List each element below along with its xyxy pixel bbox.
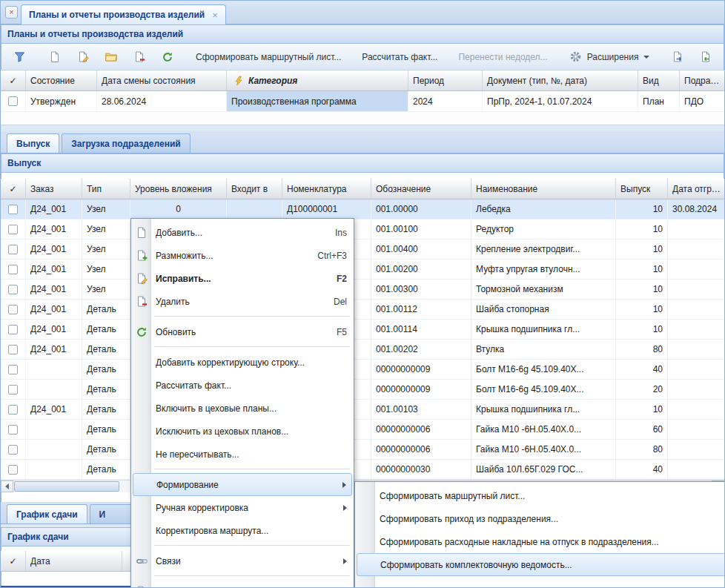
column-header-category[interactable]: Категория: [227, 70, 408, 90]
column-header-period[interactable]: Период: [408, 70, 483, 90]
row-checkbox[interactable]: [8, 365, 18, 374]
cell-output-qty: 10: [616, 199, 668, 219]
table-row[interactable]: Деталь 00000000006 Гайка М10 -6Н.05.40Х.…: [1, 420, 724, 440]
submenu-item-picking-list[interactable]: Сформировать комплектовочную ведомость..…: [357, 553, 725, 576]
cell-order: Д24_001: [26, 199, 82, 219]
column-header-date[interactable]: Дата: [26, 551, 122, 571]
column-header-name[interactable]: Наименование: [471, 179, 616, 199]
column-header-nesting-level[interactable]: Уровень вложения: [130, 179, 227, 199]
menu-item-add-correction-row[interactable]: Добавить корректирующую строку...: [131, 351, 354, 374]
menu-item-edit[interactable]: Исправить... F2: [131, 267, 354, 290]
submenu-item-route-sheet[interactable]: Сформировать маршрутный лист...: [355, 484, 725, 507]
column-header-select-all[interactable]: ✓: [1, 179, 26, 199]
delete-document-button[interactable]: [126, 47, 153, 67]
table-row[interactable]: Д24_001 Деталь 001.00114 Крышка подшипни…: [1, 320, 724, 340]
table-row[interactable]: Деталь 00000000009 Болт М16-6g 45.109.40…: [1, 380, 724, 400]
column-header-department[interactable]: Подразделение: [680, 70, 725, 90]
menu-item-calculate-fact[interactable]: Рассчитать факт...: [131, 374, 354, 397]
menu-item-no-recalculate[interactable]: Не пересчитывать...: [131, 443, 354, 466]
create-route-sheet-button[interactable]: Сформировать маршрутный лист...: [190, 48, 347, 66]
column-header-nomenclature[interactable]: Номенклатура: [282, 179, 371, 199]
cell-name: Крепление электродвиг...: [471, 240, 616, 259]
menu-item-manual-correction[interactable]: Ручная корректировка: [131, 496, 354, 519]
column-header-select-all[interactable]: ✓: [1, 551, 26, 571]
row-checkbox[interactable]: [8, 225, 18, 234]
carry-over-unfinished-button[interactable]: Перенести недодел...: [452, 48, 553, 66]
row-checkbox[interactable]: [8, 405, 18, 414]
column-header-parent[interactable]: Входит в: [227, 179, 282, 199]
table-row[interactable]: Деталь 00000000006 Гайка М10 -6Н.05.40Х.…: [1, 440, 724, 460]
edit-document-button[interactable]: [70, 47, 96, 67]
refresh-button[interactable]: [154, 47, 181, 67]
menu-item-delete[interactable]: Удалить Del: [131, 290, 354, 313]
row-checkbox[interactable]: [8, 245, 18, 254]
row-checkbox[interactable]: [8, 445, 18, 455]
submenu-item-expense-invoices[interactable]: Сформировать расходные накладные на отпу…: [355, 530, 725, 553]
scroll-left-button[interactable]: [1, 480, 13, 492]
export-report-button[interactable]: [664, 47, 691, 67]
menu-item-forming[interactable]: Формирование: [133, 473, 352, 496]
cell-checkbox: [1, 380, 26, 399]
row-checkbox[interactable]: [8, 425, 18, 435]
submenu-item-receipt-from-department[interactable]: Сформировать приход из подразделения...: [355, 507, 725, 530]
open-document-button[interactable]: [98, 47, 125, 67]
cell-ship-date: [668, 280, 725, 299]
column-header-state[interactable]: Состояние: [26, 70, 97, 90]
row-checkbox[interactable]: [8, 265, 18, 274]
column-header-ship-date[interactable]: Дата отгрузки: [668, 179, 725, 199]
column-header-type[interactable]: Тип: [82, 179, 130, 199]
table-row[interactable]: Д24_001 Узел 001.00200 Муфта упругая вту…: [1, 260, 724, 280]
column-header-kind[interactable]: Вид: [638, 70, 680, 90]
table-row[interactable]: Деталь 00000000030 Шайба 10Л.65Г.029 ГОС…: [1, 460, 724, 480]
tab-release[interactable]: Выпуск: [7, 133, 59, 153]
column-header-output-qty[interactable]: Выпуск: [616, 179, 668, 199]
table-row[interactable]: Д24_001 Узел 001.00400 Крепление электро…: [1, 240, 724, 260]
table-row[interactable]: Д24_001 Узел 001.00100 Редуктор 10: [1, 219, 724, 240]
cell-ship-date: [668, 420, 725, 439]
table-row[interactable]: Д24_001 Узел 0 Д100000001 001.00000 Лебе…: [1, 199, 724, 219]
row-checkbox[interactable]: [8, 465, 18, 475]
row-checkbox[interactable]: [8, 385, 18, 394]
table-row[interactable]: Д24_001 Деталь 001.00103 Крышка подшипни…: [1, 400, 724, 420]
tab-partial[interactable]: И: [90, 504, 134, 523]
table-row[interactable]: Д24_001 Деталь 001.00202 Втулка 80: [1, 340, 724, 360]
calculate-fact-button[interactable]: Рассчитать факт...: [356, 48, 443, 66]
import-document-button[interactable]: [692, 47, 719, 67]
menu-item-partial[interactable]: [131, 580, 354, 588]
table-row[interactable]: Деталь 00000000009 Болт М16-6g 45.109.40…: [1, 360, 724, 380]
menu-item-duplicate[interactable]: Размножить... Ctrl+F3: [131, 244, 354, 267]
column-header-state-date[interactable]: Дата смены состояния: [97, 70, 227, 90]
cell-ship-date: [668, 340, 725, 359]
tab-title: Планы и отчеты производства изделий: [29, 10, 205, 20]
table-row[interactable]: Д24_001 Деталь 001.00112 Шайба стопорная…: [1, 300, 724, 320]
tab-close-icon[interactable]: ×: [212, 10, 218, 20]
tab-department-load[interactable]: Загрузка подразделений: [62, 133, 190, 153]
row-checkbox[interactable]: [8, 96, 18, 106]
tab-plans-reports[interactable]: Планы и отчеты производства изделий ×: [21, 4, 226, 24]
menu-item-include-shop-plans[interactable]: Включить в цеховые планы...: [131, 397, 354, 420]
extensions-button[interactable]: Расширения: [563, 47, 656, 67]
column-header-order[interactable]: Заказ: [26, 179, 82, 199]
row-checkbox[interactable]: [8, 205, 18, 214]
menu-item-add[interactable]: Добавить... Ins: [131, 221, 354, 244]
row-checkbox[interactable]: [8, 305, 18, 314]
plan-table-row[interactable]: Утвержден 28.06.2024 Производственная пр…: [1, 91, 724, 112]
row-checkbox[interactable]: [8, 345, 18, 354]
menu-item-refresh[interactable]: Обновить F5: [131, 320, 354, 343]
close-all-tabs-icon[interactable]: ×: [5, 6, 18, 19]
cell-ship-date: [668, 460, 725, 479]
column-header-select-all[interactable]: ✓: [1, 70, 26, 90]
column-header-document[interactable]: Документ (тип, №, дата): [483, 70, 638, 90]
tab-delivery-schedule[interactable]: График сдачи: [7, 504, 87, 523]
scrollbar-thumb[interactable]: [14, 481, 119, 492]
add-document-button[interactable]: [42, 47, 68, 67]
menu-item-route-correction[interactable]: Корректировка маршрута...: [131, 519, 354, 542]
row-checkbox[interactable]: [8, 325, 18, 334]
column-header-designation[interactable]: Обозначение: [371, 179, 471, 199]
row-checkbox[interactable]: [8, 285, 18, 294]
submenu-item-partial[interactable]: [355, 576, 725, 588]
table-row[interactable]: Д24_001 Узел 001.00300 Тормозной механиз…: [1, 280, 724, 300]
filter-button[interactable]: [6, 47, 33, 67]
menu-item-links[interactable]: Связи: [131, 549, 354, 572]
menu-item-exclude-shop-plans[interactable]: Исключить из цеховых планов...: [131, 420, 354, 443]
